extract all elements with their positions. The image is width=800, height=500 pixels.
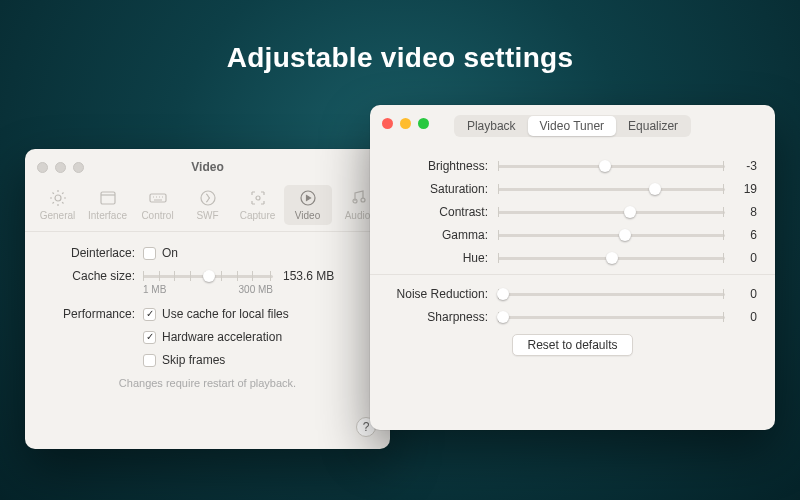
restart-note: Changes require restart of playback. — [43, 377, 372, 389]
hw-accel-label: Hardware acceleration — [162, 330, 282, 344]
slider[interactable] — [498, 228, 725, 242]
tuner-body: Brightness:-3Saturation:19Contrast:8Gamm… — [370, 141, 775, 368]
cache-max: 300 MB — [239, 284, 273, 295]
svg-point-0 — [55, 195, 61, 201]
tab-control[interactable]: Control — [134, 185, 182, 225]
slider-label: Brightness: — [388, 159, 498, 173]
slider-label: Saturation: — [388, 182, 498, 196]
slider-value: -3 — [725, 159, 757, 173]
performance-label: Performance: — [43, 307, 143, 321]
slider[interactable] — [498, 287, 725, 301]
tab-video-tuner[interactable]: Video Tuner — [528, 116, 617, 136]
cache-min: 1 MB — [143, 284, 166, 295]
slider-value: 0 — [725, 251, 757, 265]
slider-label: Sharpness: — [388, 310, 498, 324]
tab-swf[interactable]: SWF — [184, 185, 232, 225]
video-settings-body: Deinterlace: On Cache size: 153.6 MB 1 M… — [25, 232, 390, 401]
window-title: Video — [25, 160, 390, 174]
keyboard-icon — [149, 189, 167, 207]
tab-video[interactable]: Video — [284, 185, 332, 225]
hero-title: Adjustable video settings — [0, 42, 800, 74]
play-circle-icon — [299, 189, 317, 207]
divider — [370, 274, 775, 275]
cache-slider[interactable] — [143, 269, 273, 283]
video-preferences-window: Video General Interface Control SWF Capt… — [25, 149, 390, 449]
skip-frames-label: Skip frames — [162, 353, 225, 367]
slider-label: Gamma: — [388, 228, 498, 242]
tab-general[interactable]: General — [34, 185, 82, 225]
deinterlace-option: On — [162, 246, 178, 260]
slider-value: 0 — [725, 287, 757, 301]
video-tuner-window: Playback Video Tuner Equalizer Brightnes… — [370, 105, 775, 430]
slider[interactable] — [498, 205, 725, 219]
slider-value: 0 — [725, 310, 757, 324]
tab-capture[interactable]: Capture — [234, 185, 282, 225]
slider[interactable] — [498, 251, 725, 265]
use-cache-label: Use cache for local files — [162, 307, 289, 321]
slider-label: Noise Reduction: — [388, 287, 498, 301]
slider-label: Hue: — [388, 251, 498, 265]
svg-point-4 — [256, 196, 260, 200]
slider-value: 19 — [725, 182, 757, 196]
svg-point-3 — [201, 191, 215, 205]
titlebar: Playback Video Tuner Equalizer — [370, 105, 775, 141]
titlebar: Video — [25, 149, 390, 185]
music-icon — [349, 189, 367, 207]
svg-rect-2 — [150, 194, 166, 202]
slider-label: Contrast: — [388, 205, 498, 219]
tab-playback[interactable]: Playback — [455, 116, 528, 136]
svg-rect-1 — [101, 192, 115, 204]
deinterlace-label: Deinterlace: — [43, 246, 143, 260]
gear-icon — [49, 189, 67, 207]
preferences-toolbar: General Interface Control SWF Capture Vi… — [25, 185, 390, 232]
window-icon — [99, 189, 117, 207]
flash-icon — [199, 189, 217, 207]
slider-value: 8 — [725, 205, 757, 219]
skip-frames-checkbox[interactable] — [143, 354, 156, 367]
use-cache-checkbox[interactable] — [143, 308, 156, 321]
tab-equalizer[interactable]: Equalizer — [616, 116, 690, 136]
cache-value: 153.6 MB — [283, 269, 334, 283]
capture-icon — [249, 189, 267, 207]
hw-accel-checkbox[interactable] — [143, 331, 156, 344]
tab-interface[interactable]: Interface — [84, 185, 132, 225]
cache-label: Cache size: — [43, 269, 143, 283]
deinterlace-checkbox[interactable] — [143, 247, 156, 260]
reset-button[interactable]: Reset to defaults — [512, 334, 632, 356]
slider[interactable] — [498, 310, 725, 324]
slider-value: 6 — [725, 228, 757, 242]
slider[interactable] — [498, 182, 725, 196]
slider[interactable] — [498, 159, 725, 173]
segmented-control: Playback Video Tuner Equalizer — [454, 115, 691, 137]
